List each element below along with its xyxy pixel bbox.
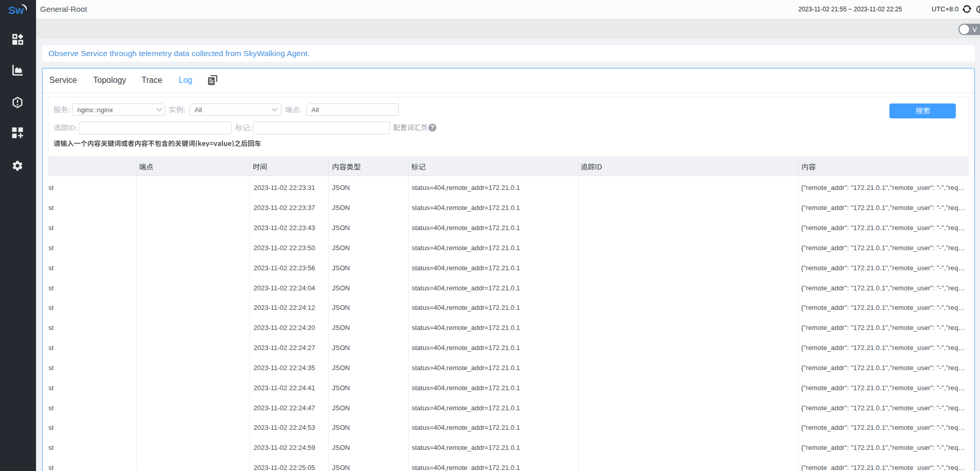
svg-text:?: ? (430, 124, 434, 131)
svg-text:V: V (972, 26, 977, 33)
